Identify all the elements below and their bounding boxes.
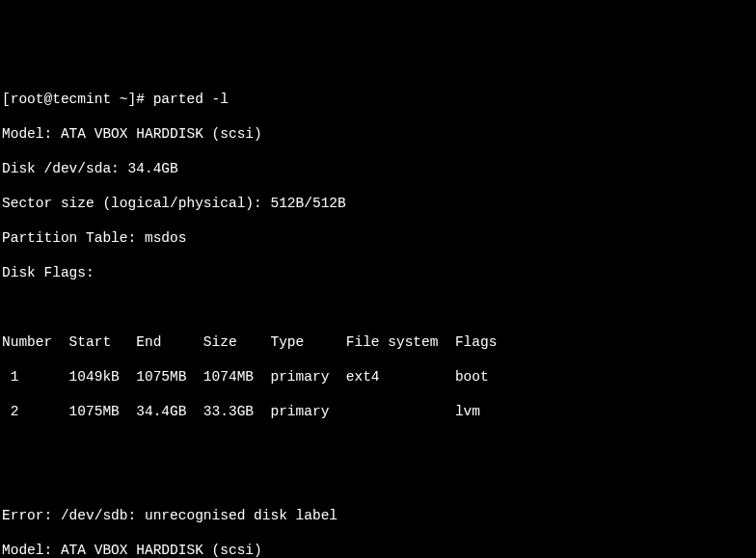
disk1-ptable: Partition Table: msdos	[2, 229, 754, 247]
disk1-flags: Disk Flags:	[2, 264, 754, 281]
terminal-output: [root@tecmint ~]# parted -l Model: ATA V…	[2, 73, 754, 558]
disk1-header: Number Start End Size Type File system F…	[2, 333, 754, 351]
disk1-row2: 2 1075MB 34.4GB 33.3GB primary lvm	[2, 403, 754, 420]
blank-line	[2, 472, 754, 490]
command-text: parted -l	[153, 92, 229, 107]
shell-prompt: [root@tecmint ~]#	[2, 92, 153, 107]
disk1-model: Model: ATA VBOX HARDDISK (scsi)	[2, 125, 754, 143]
disk1-disk: Disk /dev/sda: 34.4GB	[2, 160, 754, 177]
blank-line	[2, 438, 754, 455]
blank-line	[2, 299, 754, 316]
disk1-row1: 1 1049kB 1075MB 1074MB primary ext4 boot	[2, 368, 754, 385]
disk2-model: Model: ATA VBOX HARDDISK (scsi)	[2, 542, 754, 558]
disk1-sector: Sector size (logical/physical): 512B/512…	[2, 195, 754, 212]
prompt-line-1[interactable]: [root@tecmint ~]# parted -l	[2, 91, 754, 108]
disk2-error: Error: /dev/sdb: unrecognised disk label	[2, 507, 754, 524]
